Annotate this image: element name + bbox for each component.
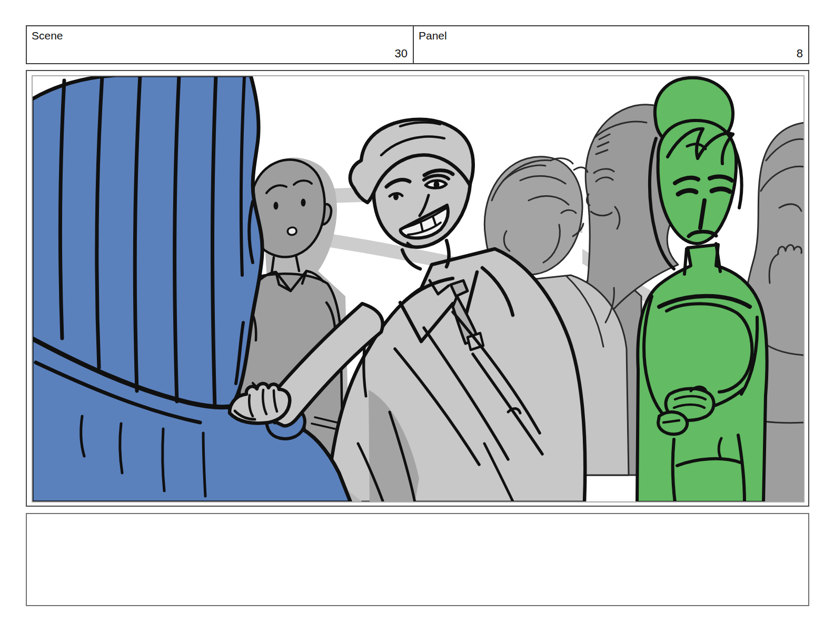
storyboard-page: Scene 30 Panel 8 [0, 0, 834, 644]
scene-header-cell: Scene 30 [26, 25, 414, 64]
notes-box[interactable] [26, 513, 809, 606]
scene-label: Scene [32, 29, 63, 42]
panel-header-cell: Panel 8 [413, 25, 809, 64]
scene-number[interactable]: 30 [395, 47, 408, 61]
panel-label: Panel [419, 29, 447, 42]
storyboard-canvas [32, 75, 805, 502]
panel-number[interactable]: 8 [797, 47, 803, 61]
storyboard-panel-frame [26, 70, 809, 507]
